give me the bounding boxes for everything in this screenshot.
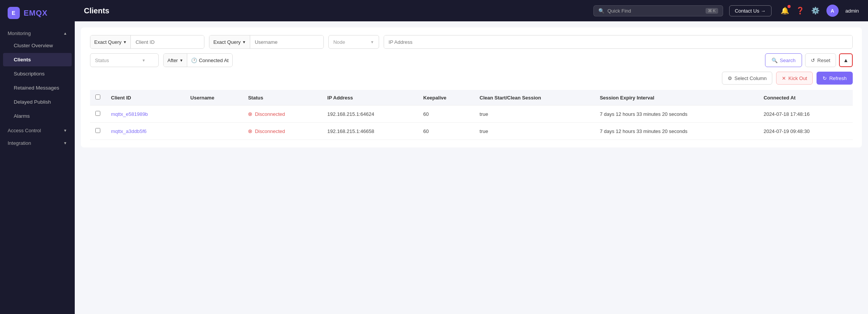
row-checkbox-0[interactable]	[95, 111, 100, 116]
sidebar-section-integration[interactable]: Integration ▼	[0, 136, 75, 148]
node-select[interactable]: Node ▼	[328, 35, 379, 49]
content-area: Exact Query ▼ Exact Query ▼ Node ▼	[75, 21, 868, 314]
row-checkbox-cell	[90, 123, 106, 140]
select-column-button[interactable]: ⚙ Select Column	[722, 72, 773, 85]
time-mode-chevron-icon: ▼	[179, 58, 183, 62]
access-control-chevron-icon: ▼	[63, 128, 67, 133]
cell-connected-at-1: 2024-07-19 09:48:30	[758, 123, 853, 140]
sidebar: E EMQX Monitoring ▲ Cluster Overview Cli…	[0, 0, 75, 314]
connected-at-placeholder: Connected At	[199, 58, 228, 63]
clients-panel: Exact Query ▼ Exact Query ▼ Node ▼	[81, 27, 862, 147]
cell-connected-at-0: 2024-07-18 17:48:16	[758, 106, 853, 123]
sidebar-item-retained-messages[interactable]: Retained Messages	[3, 81, 72, 95]
status-select[interactable]: Status ▼	[90, 53, 159, 67]
main-area: Clients 🔍 Quick Find ⌘ K Contact Us → 🔔 …	[75, 0, 868, 314]
node-placeholder: Node	[333, 39, 345, 45]
refresh-icon: ↻	[823, 75, 827, 81]
sidebar-item-alarms[interactable]: Alarms	[3, 109, 72, 123]
collapse-chevron-icon: ▲	[843, 57, 849, 63]
reset-icon: ↺	[811, 58, 815, 63]
sidebar-section-access-control[interactable]: Access Control ▼	[0, 123, 75, 136]
notification-icon[interactable]: 🔔	[781, 6, 789, 15]
connected-at-filter[interactable]: After ▼ 🕐 Connected At	[163, 53, 233, 67]
username-input[interactable]	[250, 35, 323, 48]
query-type-1-chevron-icon: ▼	[123, 40, 127, 44]
notification-badge	[788, 5, 791, 8]
row-checkbox-cell	[90, 106, 106, 123]
cell-session-expiry-1: 7 days 12 hours 33 minutes 20 seconds	[595, 123, 759, 140]
client-id-filter[interactable]: Exact Query ▼	[90, 35, 204, 49]
cell-client-id-1: mqttx_a3ddb5f6	[106, 123, 185, 140]
avatar: A	[826, 5, 839, 17]
cell-keepalive-1: 60	[418, 123, 474, 140]
app-name: EMQX	[24, 9, 48, 18]
col-keepalive: Keepalive	[418, 90, 474, 106]
table-toolbar: ⚙ Select Column ✕ Kick Out ↻ Refresh	[90, 72, 853, 85]
status-chevron-icon: ▼	[142, 58, 146, 62]
cell-session-expiry-0: 7 days 12 hours 33 minutes 20 seconds	[595, 106, 759, 123]
col-ip-address: IP Address	[322, 90, 418, 106]
status-label-0: Disconnected	[255, 111, 285, 117]
contact-us-button[interactable]: Contact Us →	[729, 5, 772, 16]
column-icon: ⚙	[728, 75, 732, 81]
query-type-2-select[interactable]: Exact Query ▼	[209, 35, 250, 48]
search-button-icon: 🔍	[772, 58, 778, 63]
cell-status-0: ⊗ Disconnected	[243, 106, 322, 123]
client-id-link-1[interactable]: mqttx_a3ddb5f6	[111, 128, 146, 134]
sidebar-item-clients[interactable]: Clients	[3, 53, 72, 66]
connected-at-input[interactable]: 🕐 Connected At	[187, 54, 232, 67]
quick-find-search[interactable]: 🔍 Quick Find ⌘ K	[593, 5, 723, 16]
integration-chevron-icon: ▼	[63, 141, 67, 145]
col-client-id: Client ID	[106, 90, 185, 106]
settings-icon[interactable]: ⚙️	[811, 6, 820, 15]
query-type-1-select[interactable]: Exact Query ▼	[90, 35, 131, 48]
client-id-link-0[interactable]: mqttx_e581989b	[111, 111, 148, 117]
header: Clients 🔍 Quick Find ⌘ K Contact Us → 🔔 …	[75, 0, 868, 21]
keyboard-shortcut: ⌘ K	[706, 8, 718, 14]
help-icon[interactable]: ❓	[796, 6, 804, 15]
refresh-button[interactable]: ↻ Refresh	[817, 72, 853, 85]
sidebar-item-delayed-publish[interactable]: Delayed Publish	[3, 95, 72, 109]
status-placeholder: Status	[95, 58, 109, 63]
sidebar-section-monitoring[interactable]: Monitoring ▲	[0, 26, 75, 38]
search-button[interactable]: 🔍 Search	[765, 53, 802, 67]
row-checkbox-1[interactable]	[95, 128, 100, 133]
clock-icon: 🕐	[191, 58, 197, 63]
admin-label: admin	[845, 8, 859, 14]
cell-status-1: ⊗ Disconnected	[243, 123, 322, 140]
status-icon-0: ⊗	[248, 111, 252, 117]
sidebar-item-subscriptions[interactable]: Subscriptions	[3, 67, 72, 80]
search-placeholder: Quick Find	[608, 8, 631, 14]
client-id-input[interactable]	[131, 35, 204, 48]
logo-icon: E	[8, 7, 20, 19]
time-mode-select[interactable]: After ▼	[164, 54, 187, 67]
col-connected-at: Connected At	[758, 90, 853, 106]
select-all-checkbox[interactable]	[95, 95, 100, 99]
query-type-2-chevron-icon: ▼	[242, 40, 246, 44]
monitoring-chevron-icon: ▲	[63, 31, 67, 35]
cell-ip-0: 192.168.215.1:64624	[322, 106, 418, 123]
reset-button[interactable]: ↺ Reset	[805, 53, 836, 67]
filter-row-2: Status ▼ After ▼ 🕐 Connected At 🔍	[90, 53, 853, 67]
table-row: mqttx_a3ddb5f6 ⊗ Disconnected 192.168.21…	[90, 123, 853, 140]
header-icons: 🔔 ❓ ⚙️ A admin	[781, 5, 859, 17]
ip-address-input[interactable]	[384, 35, 852, 48]
cell-ip-1: 192.168.215.1:46658	[322, 123, 418, 140]
col-session-expiry: Session Expiry Interval	[595, 90, 759, 106]
ip-address-filter[interactable]	[384, 35, 853, 49]
cell-username-1	[185, 123, 243, 140]
select-all-header	[90, 90, 106, 106]
kick-out-button[interactable]: ✕ Kick Out	[776, 72, 813, 85]
username-filter[interactable]: Exact Query ▼	[209, 35, 323, 49]
filter-row-1: Exact Query ▼ Exact Query ▼ Node ▼	[90, 35, 853, 49]
col-clean-start: Clean Start/Clean Session	[474, 90, 595, 106]
cell-keepalive-0: 60	[418, 106, 474, 123]
cell-clean-start-1: true	[474, 123, 595, 140]
search-icon: 🔍	[598, 8, 604, 14]
status-icon-1: ⊗	[248, 128, 252, 134]
col-username: Username	[185, 90, 243, 106]
col-status: Status	[243, 90, 322, 106]
page-title: Clients	[84, 6, 109, 15]
collapse-button[interactable]: ▲	[839, 53, 853, 67]
sidebar-item-cluster-overview[interactable]: Cluster Overview	[3, 39, 72, 52]
